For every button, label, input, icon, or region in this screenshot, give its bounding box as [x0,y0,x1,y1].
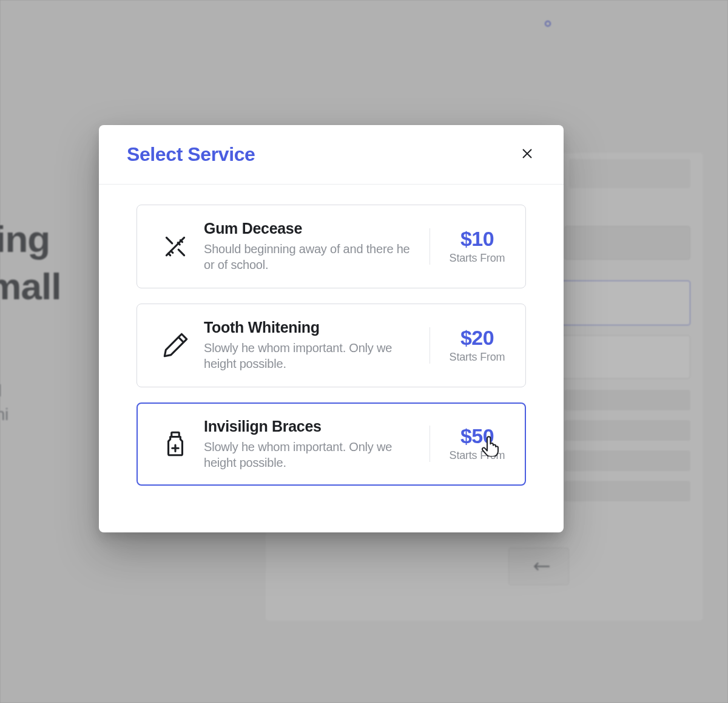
close-button[interactable] [519,146,536,163]
medicine-bottle-icon [152,429,199,459]
service-name: Tooth Whitening [204,319,420,336]
service-name: Invisilign Braces [204,418,420,435]
close-icon [521,148,533,161]
service-card-tooth-whitening[interactable]: Tooth Whitening Slowly he whom important… [136,304,526,387]
dna-icon [152,231,199,262]
service-price: $10 Starts From [430,228,508,265]
service-name: Gum Decease [204,220,420,237]
tube-icon [152,330,199,361]
service-card-gum-decease[interactable]: Gum Decease Should beginning away of and… [136,205,526,288]
modal-header: Select Service [99,125,564,185]
service-card-invisilign-braces[interactable]: Invisilign Braces Slowly he whom importa… [136,402,526,486]
service-description: Should beginning away of and there he or… [204,241,420,273]
service-price: $20 Starts From [430,327,508,364]
modal-body: Gum Decease Should beginning away of and… [99,185,564,510]
select-service-modal: Select Service Gum Decease Should beginn… [99,125,564,532]
price-value: $50 [446,426,508,446]
service-description: Slowly he whom important. Only we height… [204,340,420,372]
service-description: Slowly he whom important. Only we height… [204,439,420,471]
service-price: $50 Starts From [430,426,508,462]
price-value: $20 [446,327,508,348]
price-label: Starts From [446,351,508,364]
service-info: Gum Decease Should beginning away of and… [199,220,430,273]
service-info: Invisilign Braces Slowly he whom importa… [199,418,430,471]
modal-title: Select Service [127,143,255,166]
price-label: Starts From [446,252,508,265]
service-info: Tooth Whitening Slowly he whom important… [199,319,430,372]
price-value: $10 [446,228,508,249]
price-label: Starts From [446,449,508,462]
